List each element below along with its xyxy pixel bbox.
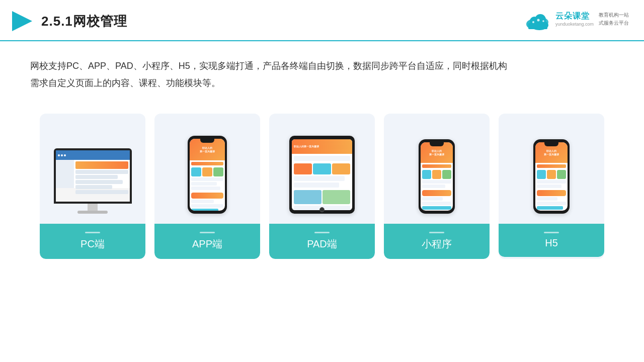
svg-marker-0 [12,11,32,31]
logo-cloud-icon [523,11,551,31]
card-app-label: APP端 [154,224,260,259]
header: 2.5.1网校管理 云朵课堂 yunduoketang.com 教育机构一站 式… [0,0,644,41]
card-pad: 职达人的第一堂兴趣课 [269,114,375,259]
card-miniprogram: 职达人的第一堂兴趣课 [384,114,490,259]
card-h5: 职达人的第一堂兴趣课 [499,114,604,259]
description: 网校支持PC、APP、PAD、小程序、H5，实现多端打通，产品各终端自由切换，数… [0,41,644,97]
h5-phone-mockup: 职达人的第一堂兴趣课 [533,139,570,214]
svg-rect-6 [528,23,547,29]
logo-tagline: 教育机构一站 式服务云平台 [599,11,629,27]
pad-image-area: 职达人的第一堂兴趣课 [275,126,369,214]
pc-mockup [54,148,132,214]
app-image-area: 职达人的第一堂兴趣课 [160,126,254,214]
app-phone-mockup: 职达人的第一堂兴趣课 [188,136,227,214]
description-line2: 需求自定义页面上的内容、课程、功能模块等。 [30,74,614,92]
card-app: 职达人的第一堂兴趣课 [154,114,260,259]
card-h5-label: H5 [499,224,604,257]
cards-container: PC端 职达人的第一堂兴趣课 [0,102,644,269]
header-left: 2.5.1网校管理 [10,9,127,33]
page-title: 2.5.1网校管理 [41,13,127,30]
pc-image-area [46,126,139,214]
h5-image-area: 职达人的第一堂兴趣课 [505,126,598,214]
card-pc-label: PC端 [40,224,145,259]
logo-name-cn: 云朵课堂 [555,11,594,22]
logo-text-block: 云朵课堂 yunduoketang.com [555,11,594,27]
play-icon [10,9,34,33]
logo-tagline-2: 式服务云平台 [599,19,629,27]
card-pc: PC端 [40,114,145,259]
svg-point-8 [537,19,539,22]
card-miniprogram-label: 小程序 [384,224,490,259]
svg-point-9 [542,20,544,22]
logo-area: 云朵课堂 yunduoketang.com 教育机构一站 式服务云平台 [523,11,629,31]
description-line1: 网校支持PC、APP、PAD、小程序、H5，实现多端打通，产品各终端自由切换，数… [30,57,614,74]
pad-tablet-mockup: 职达人的第一堂兴趣课 [289,136,355,214]
card-pad-label: PAD端 [269,224,375,259]
svg-point-7 [532,21,534,23]
logo-tagline-1: 教育机构一站 [599,11,629,19]
miniprogram-phone-mockup: 职达人的第一堂兴趣课 [419,139,455,214]
logo-name-en: yunduoketang.com [555,22,594,27]
miniprogram-image-area: 职达人的第一堂兴趣课 [390,126,484,214]
